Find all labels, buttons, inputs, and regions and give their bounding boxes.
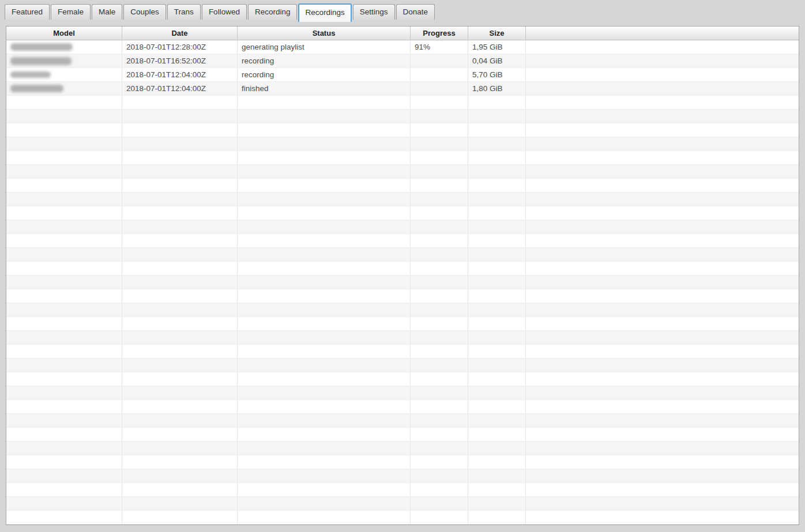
table-row-empty bbox=[6, 165, 799, 179]
table-row-empty bbox=[6, 331, 799, 345]
tab-male[interactable]: Male bbox=[92, 4, 122, 20]
tab-label: Couples bbox=[130, 7, 159, 16]
cell-date bbox=[122, 262, 238, 275]
tab-couples[interactable]: Couples bbox=[123, 4, 166, 20]
cell-model bbox=[6, 220, 122, 233]
cell-progress bbox=[411, 511, 468, 524]
tab-featured[interactable]: Featured bbox=[5, 4, 50, 20]
cell-model bbox=[6, 165, 122, 178]
cell-status bbox=[238, 262, 411, 275]
table-row-empty bbox=[6, 151, 799, 165]
column-header-status[interactable]: Status bbox=[238, 27, 411, 40]
cell-date bbox=[122, 455, 238, 469]
cell-date bbox=[122, 331, 238, 344]
cell-date bbox=[122, 303, 238, 316]
cell-filler bbox=[526, 179, 799, 192]
cell-text: 2018-07-01T12:04:00Z bbox=[126, 70, 206, 79]
tab-bar: FeaturedFemaleMaleCouplesTransFollowedRe… bbox=[0, 0, 805, 20]
table-row-empty bbox=[6, 303, 799, 317]
table-row[interactable]: 2018-07-01T12:28:00Zgenerating playlist9… bbox=[6, 40, 799, 54]
cell-model bbox=[6, 372, 122, 386]
cell-progress bbox=[411, 54, 468, 67]
table-body: 2018-07-01T12:28:00Zgenerating playlist9… bbox=[6, 40, 799, 525]
cell-status bbox=[238, 455, 411, 469]
cell-date bbox=[122, 511, 238, 524]
cell-size bbox=[468, 511, 526, 524]
cell-size bbox=[468, 442, 526, 455]
cell-progress bbox=[411, 386, 468, 399]
cell-status bbox=[238, 483, 411, 496]
cell-progress bbox=[411, 276, 468, 289]
tab-trans[interactable]: Trans bbox=[167, 4, 201, 20]
tab-settings[interactable]: Settings bbox=[353, 4, 395, 20]
cell-model bbox=[6, 497, 122, 510]
cell-filler bbox=[526, 400, 799, 413]
table-row-empty bbox=[6, 414, 799, 428]
column-header-filler[interactable] bbox=[526, 27, 799, 40]
table-row[interactable]: 2018-07-01T12:04:00Zrecording5,70 GiB bbox=[6, 68, 799, 82]
table-row-empty bbox=[6, 123, 799, 137]
cell-status bbox=[238, 345, 411, 358]
cell-filler bbox=[526, 511, 799, 524]
table-row-empty bbox=[6, 137, 799, 151]
table-row-empty bbox=[6, 469, 799, 483]
cell-progress bbox=[411, 303, 468, 316]
column-header-label: Size bbox=[489, 29, 504, 37]
tab-followed[interactable]: Followed bbox=[202, 4, 247, 20]
cell-model bbox=[6, 110, 122, 123]
tab-label: Recording bbox=[255, 7, 291, 16]
cell-filler bbox=[526, 442, 799, 455]
cell-date bbox=[122, 193, 238, 206]
cell-date bbox=[122, 110, 238, 123]
cell-date bbox=[122, 317, 238, 330]
table-row[interactable]: 2018-07-01T12:04:00Zfinished1,80 GiB bbox=[6, 82, 799, 96]
cell-progress bbox=[411, 400, 468, 413]
cell-size: 5,70 GiB bbox=[468, 68, 526, 81]
cell-date bbox=[122, 469, 238, 482]
table-row[interactable]: 2018-07-01T16:52:00Zrecording0,04 GiB bbox=[6, 54, 799, 68]
column-header-progress[interactable]: Progress bbox=[411, 27, 468, 40]
column-header-size[interactable]: Size bbox=[468, 27, 526, 40]
cell-status bbox=[238, 414, 411, 427]
cell-progress bbox=[411, 497, 468, 510]
tab-donate[interactable]: Donate bbox=[396, 4, 435, 20]
column-header-model[interactable]: Model bbox=[6, 27, 122, 40]
cell-filler bbox=[526, 276, 799, 289]
cell-model bbox=[6, 248, 122, 261]
cell-filler bbox=[526, 123, 799, 137]
cell-filler bbox=[526, 110, 799, 123]
table-row-empty bbox=[6, 345, 799, 359]
cell-text: 91% bbox=[415, 43, 430, 51]
cell-filler bbox=[526, 372, 799, 386]
tab-recordings[interactable]: Recordings bbox=[298, 3, 351, 22]
cell-model bbox=[6, 193, 122, 206]
cell-size bbox=[468, 276, 526, 289]
cell-filler bbox=[526, 317, 799, 330]
cell-filler bbox=[526, 206, 799, 220]
cell-date: 2018-07-01T12:04:00Z bbox=[122, 68, 238, 81]
cell-status bbox=[238, 442, 411, 455]
cell-size bbox=[468, 428, 526, 441]
cell-size bbox=[468, 234, 526, 247]
cell-size bbox=[468, 165, 526, 178]
tab-label: Featured bbox=[12, 7, 43, 16]
cell-model bbox=[6, 262, 122, 275]
cell-size bbox=[468, 193, 526, 206]
tab-label: Recordings bbox=[305, 8, 344, 17]
cell-status: finished bbox=[238, 82, 411, 95]
tab-recording[interactable]: Recording bbox=[248, 4, 298, 20]
table-row-empty bbox=[6, 428, 799, 442]
cell-filler bbox=[526, 40, 799, 54]
cell-date bbox=[122, 123, 238, 137]
cell-date bbox=[122, 442, 238, 455]
cell-filler bbox=[526, 234, 799, 247]
table-row-empty bbox=[6, 400, 799, 414]
table-row-empty bbox=[6, 455, 799, 469]
tab-female[interactable]: Female bbox=[51, 4, 91, 20]
cell-model bbox=[6, 386, 122, 399]
cell-progress bbox=[411, 234, 468, 247]
cell-model bbox=[6, 469, 122, 482]
cell-model bbox=[6, 206, 122, 220]
column-header-date[interactable]: Date bbox=[122, 27, 238, 40]
cell-status bbox=[238, 179, 411, 192]
